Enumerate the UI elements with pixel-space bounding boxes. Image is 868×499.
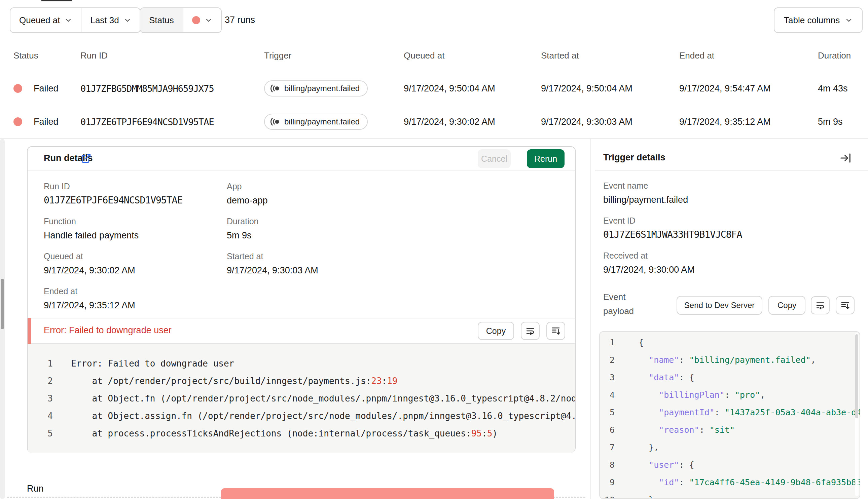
collapse-panel-icon[interactable] [840, 152, 852, 164]
event-payload-json[interactable]: 1{2 "name": "billing/payment.failed",3 "… [599, 331, 860, 499]
scroll-down-icon [840, 300, 850, 311]
table-row[interactable]: Failed 01J7ZFBG5DMM85MJA9H659JX75 billin… [0, 72, 868, 106]
trigger-badge[interactable]: billing/payment.failed [264, 80, 368, 97]
queued-at-value: 9/17/2024, 9:30:02 AM [404, 116, 495, 127]
col-started-at: Started at [541, 50, 579, 61]
status-filter-label: Status [140, 8, 183, 32]
col-queued-at: Queued at [404, 50, 444, 61]
field-function: Function Handle failed payments [44, 216, 138, 242]
status-filter-group: Status [140, 8, 222, 33]
send-to-dev-server-button[interactable]: Send to Dev Server [677, 296, 762, 315]
event-payload-label: payload [603, 305, 634, 317]
field-event-name: Event name billing/payment.failed [603, 180, 688, 206]
runs-dashboard: Queued at Last 3d Status 37 runs Table c… [0, 0, 868, 499]
trigger-details-title: Trigger details [603, 152, 665, 163]
error-title: Error: Failed to downgrade user [44, 325, 172, 336]
failed-status-dot-icon [13, 117, 22, 126]
field-started-at: Started at 9/17/2024, 9:30:03 AM [227, 251, 318, 277]
cancel-button[interactable]: Cancel [478, 149, 511, 168]
col-status: Status [13, 50, 38, 61]
field-ended-at: Ended at 9/17/2024, 9:35:12 AM [44, 286, 135, 312]
col-trigger: Trigger [264, 50, 291, 61]
field-received-at: Received at 9/17/2024, 9:30:00 AM [603, 250, 695, 276]
word-wrap-button[interactable] [521, 322, 540, 340]
queued-at-filter-label: Queued at [19, 15, 60, 26]
col-duration: Duration [818, 50, 851, 61]
external-link-icon[interactable] [81, 153, 92, 164]
status-text: Failed [34, 116, 59, 127]
copy-payload-button[interactable]: Copy [769, 296, 805, 315]
table-columns-button[interactable]: Table columns [774, 8, 863, 33]
started-at-value: 9/17/2024, 9:50:04 AM [541, 83, 632, 94]
event-icon [270, 117, 280, 127]
table-header: Status Run ID Trigger Queued at Started … [0, 39, 868, 72]
field-queued-at: Queued at 9/17/2024, 9:30:02 AM [44, 251, 135, 277]
run-trace-bar[interactable] [221, 488, 554, 499]
trigger-badge[interactable]: billing/payment.failed [264, 114, 368, 130]
scroll-down-icon [551, 326, 561, 336]
event-payload-label: Event [603, 291, 626, 303]
function-link[interactable]: Handle failed payments [44, 229, 138, 242]
chevron-down-icon [205, 16, 212, 24]
active-tab-indicator [41, 0, 72, 1]
table-row[interactable]: Failed 01J7ZE6TPJF6E94NCSD1V95TAE billin… [0, 105, 868, 139]
scrollbar-thumb[interactable] [855, 334, 858, 418]
scroll-to-bottom-button[interactable] [546, 322, 565, 340]
runs-count: 37 runs [225, 15, 255, 25]
failed-status-dot-icon [192, 16, 200, 24]
error-accent-bar [27, 318, 31, 344]
trigger-name: billing/payment.failed [284, 117, 360, 126]
app-link[interactable]: demo-app [227, 194, 268, 207]
queued-at-value: 9/17/2024, 9:50:04 AM [404, 83, 495, 94]
chevron-down-icon [124, 16, 131, 24]
run-details-panel: Run details Cancel Rerun Run ID 01J7ZE6T… [27, 146, 576, 453]
run-details-header: Run details Cancel Rerun [27, 147, 575, 170]
scroll-to-bottom-button[interactable] [836, 296, 855, 314]
word-wrap-icon [525, 326, 535, 336]
stack-trace-code[interactable]: 1Error: Failed to downgrade user2 at /op… [27, 344, 575, 453]
copy-error-button[interactable]: Copy [478, 322, 514, 340]
field-app: App demo-app [227, 181, 268, 207]
time-range-filter-button[interactable]: Last 3d [81, 8, 140, 32]
rerun-button[interactable]: Rerun [527, 149, 565, 168]
word-wrap-button[interactable] [811, 296, 830, 314]
event-icon [270, 83, 280, 94]
word-wrap-icon [815, 300, 825, 311]
time-filter-group: Queued at Last 3d [10, 8, 141, 33]
details-scrollbar[interactable] [0, 139, 5, 499]
failed-status-dot-icon [13, 84, 22, 93]
duration-value: 4m 43s [818, 83, 848, 94]
time-range-label: Last 3d [90, 15, 119, 26]
chevron-down-icon [64, 16, 72, 24]
trigger-name: billing/payment.failed [284, 84, 360, 93]
field-event-id: Event ID 01J7ZE6S1MJWA33HT9B1VJC8FA [603, 215, 742, 241]
status-text: Failed [34, 83, 59, 94]
scrollbar-thumb[interactable] [1, 279, 4, 329]
col-ended-at: Ended at [679, 50, 714, 61]
chevron-down-icon [845, 16, 853, 24]
pane-divider [590, 138, 591, 499]
field-duration: Duration 5m 9s [227, 216, 259, 242]
filter-toolbar: Queued at Last 3d Status 37 runs Table c… [0, 0, 868, 40]
run-id: 01J7ZFBG5DMM85MJA9H659JX75 [81, 83, 214, 94]
duration-value: 5m 9s [818, 116, 843, 127]
trace-run-label: Run [27, 484, 44, 494]
col-run-id: Run ID [81, 50, 108, 61]
started-at-value: 9/17/2024, 9:30:03 AM [541, 116, 632, 127]
run-id: 01J7ZE6TPJF6E94NCSD1V95TAE [81, 116, 214, 127]
status-filter-value-button[interactable] [183, 8, 221, 32]
ended-at-value: 9/17/2024, 9:35:12 AM [679, 116, 771, 127]
trigger-header-divider [595, 170, 868, 170]
queued-at-filter-button[interactable]: Queued at [10, 8, 81, 32]
field-run-id: Run ID 01J7ZE6TPJF6E94NCSD1V95TAE [44, 181, 182, 207]
ended-at-value: 9/17/2024, 9:54:47 AM [679, 83, 771, 94]
